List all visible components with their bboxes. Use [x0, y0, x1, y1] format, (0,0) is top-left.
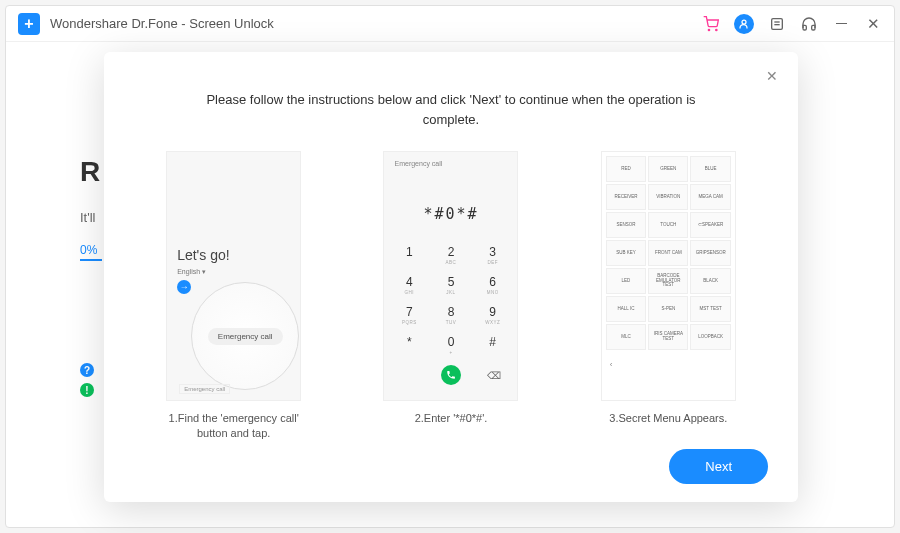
- keypad-key: 9WXYZ: [472, 299, 514, 329]
- step3-caption: 3.Secret Menu Appears.: [609, 411, 727, 426]
- keypad-key: 7PQRS: [388, 299, 430, 329]
- cart-icon[interactable]: [702, 15, 720, 33]
- keypad-key: 6MNO: [472, 269, 514, 299]
- step-2: Emergency call *#0*# 12ABC3DEF4GHI5JKL6M…: [357, 151, 544, 442]
- next-button[interactable]: Next: [669, 449, 768, 484]
- background-progress: 0%: [80, 243, 102, 261]
- app-title: Wondershare Dr.Fone - Screen Unlock: [50, 16, 702, 31]
- titlebar-actions: ✕: [702, 14, 882, 34]
- secret-menu-cell: SENSOR: [606, 212, 646, 238]
- phone-mock-3: REDGREENBLUERECEIVERVIBRATIONMEGA CAMSEN…: [601, 151, 736, 401]
- phone1-language: English ▾: [177, 268, 206, 276]
- secret-menu-cell: GRIPSENSOR: [690, 240, 730, 266]
- background-panel: R It'll 0%: [80, 156, 102, 261]
- phone2-keypad: 12ABC3DEF4GHI5JKL6MNO7PQRS8TUV9WXYZ*0+#: [384, 239, 517, 359]
- secret-menu-cell: RED: [606, 156, 646, 182]
- svg-point-0: [708, 29, 709, 30]
- modal-close-button[interactable]: ✕: [766, 68, 780, 82]
- app-window: + Wondershare Dr.Fone - Screen Unlock ✕ …: [5, 5, 895, 528]
- keypad-key: 2ABC: [430, 239, 472, 269]
- keypad-key: 5JKL: [430, 269, 472, 299]
- step2-caption: 2.Enter '*#0*#'.: [415, 411, 488, 426]
- keypad-key: 4GHI: [388, 269, 430, 299]
- step-3: REDGREENBLUERECEIVERVIBRATIONMEGA CAMSEN…: [575, 151, 762, 442]
- keypad-key: #: [472, 329, 514, 359]
- secret-menu-cell: TOUCH: [648, 212, 688, 238]
- step1-caption: 1.Find the 'emergency call' button and t…: [154, 411, 314, 442]
- secret-menu-cell: FRONT CAM: [648, 240, 688, 266]
- secret-menu-cell: S-PEN: [648, 296, 688, 322]
- phone1-bottom-tag: Emergency call: [179, 384, 230, 394]
- background-heading: R: [80, 156, 102, 188]
- side-badges: ? !: [80, 363, 94, 397]
- phone-mock-2: Emergency call *#0*# 12ABC3DEF4GHI5JKL6M…: [383, 151, 518, 401]
- help-badge-icon[interactable]: ?: [80, 363, 94, 377]
- secret-menu-cell: MEGA CAM: [690, 184, 730, 210]
- secret-menu-cell: HALL IC: [606, 296, 646, 322]
- phone1-emergency-call-button: Emergency call: [208, 328, 283, 345]
- keypad-key: 3DEF: [472, 239, 514, 269]
- keypad-key: 0+: [430, 329, 472, 359]
- secret-menu-cell: RECEIVER: [606, 184, 646, 210]
- phone2-call-icon: [441, 365, 461, 385]
- phone1-arrow-icon: →: [177, 280, 191, 294]
- phone1-magnifier: Emergency call: [191, 282, 299, 390]
- secret-menu-cell: BLUE: [690, 156, 730, 182]
- user-icon[interactable]: [734, 14, 754, 34]
- instruction-modal: ✕ Please follow the instructions below a…: [104, 52, 798, 502]
- secret-menu-cell: GREEN: [648, 156, 688, 182]
- svg-point-2: [742, 20, 746, 24]
- phone1-letsgo: Let's go!: [177, 247, 230, 263]
- phone2-code-display: *#0*#: [384, 205, 517, 223]
- step-1: Let's go! English ▾ → Emergency call Eme…: [140, 151, 327, 442]
- phone3-grid: REDGREENBLUERECEIVERVIBRATIONMEGA CAMSEN…: [602, 152, 735, 354]
- svg-point-1: [716, 29, 717, 30]
- phone-mock-1: Let's go! English ▾ → Emergency call Eme…: [166, 151, 301, 401]
- secret-menu-cell: SUB KEY: [606, 240, 646, 266]
- phone3-back-icon: ‹: [602, 354, 735, 371]
- secret-menu-cell: LOOPBACK: [690, 324, 730, 350]
- secret-menu-cell: IRIS CAMERA TEST: [648, 324, 688, 350]
- secret-menu-cell: BARCODE EMULATOR TEST: [648, 268, 688, 294]
- info-badge-icon[interactable]: !: [80, 383, 94, 397]
- close-window-button[interactable]: ✕: [864, 15, 882, 33]
- keypad-key: 1: [388, 239, 430, 269]
- steps-row: Let's go! English ▾ → Emergency call Eme…: [134, 151, 768, 442]
- secret-menu-cell: LED: [606, 268, 646, 294]
- secret-menu-cell: MLC: [606, 324, 646, 350]
- keypad-key: 8TUV: [430, 299, 472, 329]
- minimize-button[interactable]: [832, 15, 850, 33]
- phone2-header: Emergency call: [384, 152, 517, 175]
- secret-menu-cell: VIBRATION: [648, 184, 688, 210]
- secret-menu-cell: ⊂SPEAKER: [690, 212, 730, 238]
- secret-menu-cell: BLACK: [690, 268, 730, 294]
- background-subtext: It'll: [80, 210, 102, 225]
- support-icon[interactable]: [800, 15, 818, 33]
- app-logo-icon: +: [18, 13, 40, 35]
- keypad-key: *: [388, 329, 430, 359]
- modal-instruction-text: Please follow the instructions below and…: [134, 90, 768, 129]
- secret-menu-cell: MST TEST: [690, 296, 730, 322]
- phone2-actions: ⌫: [384, 365, 517, 385]
- titlebar: + Wondershare Dr.Fone - Screen Unlock ✕: [6, 6, 894, 42]
- phone2-backspace-icon: ⌫: [487, 370, 501, 380]
- feedback-icon[interactable]: [768, 15, 786, 33]
